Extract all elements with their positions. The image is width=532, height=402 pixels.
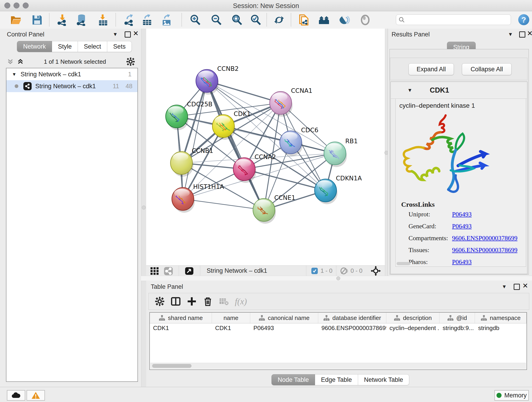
open-session-icon[interactable] xyxy=(10,14,22,26)
save-session-icon[interactable] xyxy=(31,14,43,26)
results-panel-float-icon[interactable]: ▼ xyxy=(508,32,513,37)
tab-style[interactable]: Style xyxy=(52,41,78,52)
results-scrollbar-thumb[interactable] xyxy=(397,262,410,265)
delete-column-icon[interactable] xyxy=(203,296,213,306)
tab-select[interactable]: Select xyxy=(78,41,107,52)
network-collection-row[interactable]: ▼ String Network – cdk1 1 xyxy=(6,68,138,80)
edge-CCNB2-HIST1H1A[interactable] xyxy=(183,81,207,199)
column-header-database-identifier[interactable]: database identifier xyxy=(318,313,386,323)
crosslink-value-link[interactable]: P06493 xyxy=(452,258,472,266)
refresh-icon[interactable] xyxy=(273,14,285,26)
zoom-selected-icon[interactable] xyxy=(250,14,262,26)
network-graph[interactable]: CCNB2CCNA1CDC25BCDK1CDC6RB1CCNB1CCNA2CDK… xyxy=(146,29,385,265)
gene-section-header[interactable]: ▼ CDK1 xyxy=(391,82,527,99)
cell[interactable]: stringdb xyxy=(475,325,526,332)
column-header-canonical-name[interactable]: canonical name xyxy=(250,313,318,323)
hide-selected-icon[interactable] xyxy=(338,14,350,26)
function-builder-icon[interactable]: f(x) xyxy=(235,296,247,306)
cell[interactable]: cyclin–dependent ... xyxy=(386,325,439,332)
left-panel-divider[interactable] xyxy=(141,29,147,387)
cell[interactable]: stringdb:9... xyxy=(439,325,475,332)
export-table-icon[interactable] xyxy=(141,14,153,26)
column-header-@id[interactable]: @id xyxy=(439,313,475,323)
crosslink-value-link[interactable]: 9606.ENSP00000378699 xyxy=(452,246,517,254)
zoom-out-icon[interactable] xyxy=(210,14,222,26)
expand-all-button[interactable]: Expand All xyxy=(409,63,454,75)
results-panel-maximize-icon[interactable] xyxy=(519,32,525,38)
column-header-namespace[interactable]: namespace xyxy=(475,313,526,323)
node-CDK1[interactable]: CDK1 xyxy=(212,110,251,140)
grid-view-icon[interactable] xyxy=(150,266,159,276)
network-row[interactable]: String Network – cdk1 11 48 xyxy=(6,80,138,92)
selected-nodes-checkbox[interactable] xyxy=(311,268,318,274)
memory-button[interactable]: Memory xyxy=(494,390,529,401)
export-network-icon[interactable] xyxy=(123,14,135,26)
clone-network-icon[interactable] xyxy=(298,14,310,26)
edge-HIST1H1A-CCNE1[interactable] xyxy=(183,199,264,210)
import-network-file-icon[interactable] xyxy=(56,14,68,26)
hierarchy-icon xyxy=(159,315,165,321)
column-header-description[interactable]: description xyxy=(386,313,439,323)
node-CDC6[interactable]: CDC6 xyxy=(280,127,318,156)
node-RB1[interactable]: RB1 xyxy=(324,138,358,167)
network-view[interactable]: CCNB2CCNA1CDC25BCDK1CDC6RB1CCNB1CCNA2CDK… xyxy=(146,29,385,265)
birds-eye-view-icon[interactable] xyxy=(185,267,194,275)
cell[interactable]: CDK1 xyxy=(212,325,250,332)
tree-expand-icon[interactable]: ▼ xyxy=(12,72,17,77)
string-view-icon[interactable] xyxy=(164,266,173,276)
crosslink-value-link[interactable]: 9606.ENSP00000378699 xyxy=(452,235,517,242)
node-CDKN1A[interactable]: CDKN1A xyxy=(315,175,362,204)
network-options-gear-icon[interactable] xyxy=(126,57,135,66)
control-panel-maximize-icon[interactable] xyxy=(125,32,131,38)
fit-selected-icon[interactable] xyxy=(371,266,381,276)
tab-network[interactable]: Network xyxy=(17,41,52,52)
section-collapse-icon[interactable]: ▼ xyxy=(407,87,412,93)
node-HIST1H1A[interactable]: HIST1H1A xyxy=(172,183,224,213)
table-panel-float-icon[interactable]: ▼ xyxy=(502,284,507,290)
show-all-icon[interactable] xyxy=(359,14,371,26)
zoom-in-icon[interactable] xyxy=(189,14,201,26)
edge-CCNA2-CDKN1A[interactable] xyxy=(244,169,326,191)
search-input[interactable] xyxy=(405,16,504,23)
expand-all-icon[interactable] xyxy=(17,58,24,65)
node-CCNB1[interactable]: CCNB1 xyxy=(171,147,213,177)
node-table[interactable]: shared namenamecanonical namedatabase id… xyxy=(149,312,527,370)
delete-table-icon[interactable] xyxy=(219,296,229,306)
control-panel-float-icon[interactable]: ▼ xyxy=(113,32,118,37)
crosslink-value-link[interactable]: P06493 xyxy=(452,223,472,230)
import-network-database-icon[interactable] xyxy=(76,14,88,26)
crosslink-value-link[interactable]: P06493 xyxy=(452,211,472,218)
cloud-status-button[interactable] xyxy=(7,390,25,401)
table-h-scrollbar[interactable] xyxy=(150,363,526,369)
divider-handle[interactable] xyxy=(142,206,146,210)
table-row[interactable]: CDK1CDK1P064939606.ENSP00000378699cyclin… xyxy=(150,323,526,332)
warning-status-button[interactable] xyxy=(27,390,45,401)
collapse-all-icon[interactable] xyxy=(7,58,14,65)
cell[interactable]: 9606.ENSP00000378699 xyxy=(318,325,386,332)
tab-sets[interactable]: Sets xyxy=(107,41,132,52)
cell[interactable]: CDK1 xyxy=(150,325,212,332)
tab-network-table[interactable]: Network Table xyxy=(358,374,409,385)
tab-node-table[interactable]: Node Table xyxy=(272,374,315,385)
export-image-icon[interactable] xyxy=(161,14,173,26)
table-options-gear-icon[interactable] xyxy=(155,296,165,306)
import-table-file-icon[interactable] xyxy=(97,14,109,26)
zoom-fit-icon[interactable] xyxy=(231,14,243,26)
add-column-icon[interactable] xyxy=(187,296,197,306)
collapse-all-button[interactable]: Collapse All xyxy=(462,63,512,75)
column-header-name[interactable]: name xyxy=(212,313,250,323)
tab-edge-table[interactable]: Edge Table xyxy=(315,374,358,385)
show-columns-icon[interactable] xyxy=(171,296,181,306)
horizontal-divider[interactable] xyxy=(141,276,532,281)
table-panel-maximize-icon[interactable] xyxy=(514,284,520,290)
table-panel-close-icon[interactable]: ✕ xyxy=(522,283,528,288)
control-panel-close-icon[interactable]: ✕ xyxy=(133,31,139,36)
search-box[interactable] xyxy=(396,14,511,25)
help-icon[interactable]: ? xyxy=(518,14,529,25)
results-panel-close-icon[interactable]: ✕ xyxy=(527,31,532,36)
first-neighbors-icon[interactable] xyxy=(318,14,330,26)
scrollbar-thumb[interactable] xyxy=(152,364,191,368)
cell[interactable]: P06493 xyxy=(250,325,318,332)
divider-handle[interactable] xyxy=(336,276,340,280)
column-header-shared-name[interactable]: shared name xyxy=(150,313,212,323)
